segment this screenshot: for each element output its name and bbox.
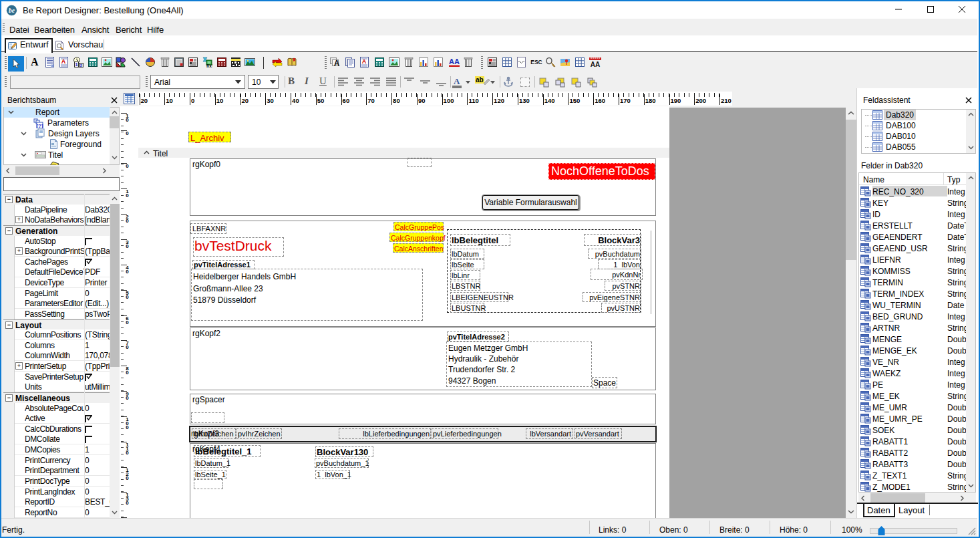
- svg-text:be: be: [9, 7, 15, 14]
- svg-text:[?]: [?]: [36, 123, 43, 129]
